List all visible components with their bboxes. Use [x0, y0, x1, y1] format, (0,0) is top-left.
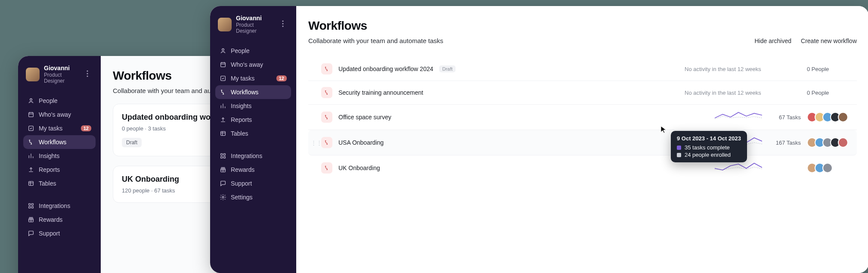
nav-label: Tables [231, 130, 248, 137]
sidebar-item-whos-away[interactable]: Who's away [23, 108, 96, 121]
table-icon [28, 180, 34, 187]
calendar-icon [28, 111, 34, 118]
svg-point-1 [87, 73, 88, 74]
sidebar-item-people[interactable]: People [23, 94, 96, 108]
sidebar-item-reports[interactable]: Reports [215, 113, 291, 127]
people-count: 0 People [807, 66, 829, 72]
sidebar-item-support[interactable]: Support [215, 177, 291, 190]
sidebar-item-tables[interactable]: Tables [215, 127, 291, 140]
workflow-icon [220, 89, 226, 96]
workflow-name: Security training announcement [338, 89, 423, 96]
workflow-icon-box [321, 63, 332, 74]
sparkline-tooltip: 9 Oct 2023 - 14 Oct 2023 35 tasks comple… [671, 131, 747, 162]
profile-name: Giovanni [236, 15, 273, 22]
sparkline-chart [715, 111, 762, 124]
workflow-name: UK Onboarding [338, 164, 380, 171]
mini-avatar [838, 112, 848, 122]
profile-block: Giovanni Product Designer [215, 11, 291, 42]
svg-rect-18 [221, 131, 226, 135]
sidebar-item-support[interactable]: Support [23, 226, 96, 240]
workflow-row[interactable]: Updated onboarding workflow 2024DraftNo … [308, 57, 857, 81]
bar-chart-icon [220, 102, 226, 109]
check-square-icon [28, 125, 34, 132]
nav-label: Reports [39, 166, 60, 173]
nav-label: Workflows [231, 89, 258, 96]
nav-label: People [39, 97, 58, 104]
avatar-stack [807, 163, 833, 173]
svg-point-24 [222, 196, 224, 198]
kebab-menu-icon[interactable] [277, 18, 288, 31]
svg-point-0 [87, 70, 88, 71]
svg-rect-9 [29, 206, 31, 208]
hide-archived-button[interactable]: Hide archived [754, 37, 791, 44]
upload-icon [220, 116, 226, 123]
workflow-row[interactable]: ⋮⋮USA Onboarding!1 Issue 167 Tasks [308, 130, 857, 155]
mini-avatar [822, 163, 833, 173]
nav-label: Insights [231, 102, 251, 109]
sidebar-item-my-tasks[interactable]: My tasks 12 [215, 71, 291, 85]
svg-rect-8 [31, 203, 33, 205]
avatar-stack [807, 112, 848, 122]
create-workflow-button[interactable]: Create new workflow [801, 37, 857, 44]
sidebar-item-insights[interactable]: Insights [23, 149, 96, 163]
sidebar-item-workflows[interactable]: Workflows [215, 85, 291, 99]
svg-point-2 [87, 75, 88, 77]
legend-square-icon [677, 153, 681, 157]
sidebar: Giovanni Product Designer People Who's a… [18, 56, 101, 273]
sidebar-item-workflows[interactable]: Workflows [23, 135, 96, 149]
sidebar-item-tables[interactable]: Tables [23, 177, 96, 190]
svg-rect-7 [29, 203, 31, 205]
svg-rect-19 [221, 153, 223, 155]
tooltip-line: 24 people enrolled [685, 152, 731, 158]
activity-text: No activity in the last 12 weeks [685, 66, 762, 72]
workflow-row[interactable]: Office space survey 67 Tasks [308, 105, 857, 130]
sidebar-item-reports[interactable]: Reports [23, 163, 96, 177]
svg-point-13 [282, 23, 283, 24]
nav-label: Rewards [231, 166, 254, 173]
workflow-row[interactable]: Security training announcementNo activit… [308, 81, 857, 105]
workflow-icon-box [321, 87, 332, 98]
drag-handle-icon[interactable]: ⋮⋮ [311, 140, 315, 146]
svg-rect-10 [31, 206, 33, 208]
svg-rect-21 [221, 156, 223, 158]
svg-point-12 [282, 20, 283, 22]
nav-label: Integrations [39, 202, 70, 209]
sidebar-item-integrations[interactable]: Integrations [215, 149, 291, 163]
mini-avatar [838, 137, 848, 148]
nav-label: Workflows [39, 139, 66, 146]
nav-label: Tables [39, 180, 56, 187]
svg-point-14 [282, 25, 283, 27]
kebab-menu-icon[interactable] [82, 68, 93, 81]
page-title: Workflows [308, 19, 443, 33]
tasks-count: 67 Tasks [768, 114, 801, 121]
svg-rect-4 [29, 112, 34, 117]
bar-chart-icon [28, 152, 34, 159]
nav-label: Who's away [39, 111, 71, 118]
nav-label: Support [231, 180, 252, 187]
workflow-icon [28, 139, 34, 146]
profile-role: Product Designer [44, 72, 78, 84]
sidebar-item-whos-away[interactable]: Who's away [215, 58, 291, 71]
workflow-row[interactable]: UK Onboarding [308, 155, 857, 180]
nav-label: Settings [231, 194, 253, 201]
sidebar-item-people[interactable]: People [215, 44, 291, 58]
svg-point-3 [30, 99, 32, 101]
svg-rect-20 [223, 153, 225, 155]
nav-secondary: Integrations Rewards Support [23, 199, 96, 240]
sidebar-item-rewards[interactable]: Rewards [23, 213, 96, 226]
nav-label: Rewards [39, 216, 62, 223]
upload-icon [28, 166, 34, 173]
legend-square-icon [677, 146, 681, 150]
sidebar-item-integrations[interactable]: Integrations [23, 199, 96, 213]
table-icon [220, 130, 226, 137]
sidebar-item-my-tasks[interactable]: My tasks 12 [23, 121, 96, 135]
check-square-icon [220, 75, 226, 82]
sidebar-item-settings[interactable]: Settings [215, 190, 291, 204]
workflow-name: USA Onboarding [338, 139, 384, 146]
workflow-icon-box [321, 162, 332, 174]
chat-icon [220, 180, 226, 187]
sidebar-item-rewards[interactable]: Rewards [215, 163, 291, 177]
gift-icon [220, 166, 226, 173]
main-front: Workflows Collaborate with your team and… [296, 6, 868, 273]
sidebar-item-insights[interactable]: Insights [215, 99, 291, 113]
